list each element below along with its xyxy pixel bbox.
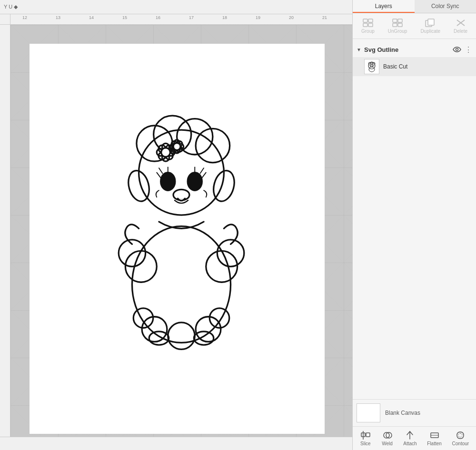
svg-point-65 — [370, 66, 372, 67]
layers-section: ▼ Svg Outline ⋮ — [353, 39, 476, 399]
panel-toolbar: Group UnGroup — [353, 13, 476, 39]
right-panel: Layers Color Sync Group — [352, 0, 476, 450]
duplicate-icon — [425, 18, 436, 28]
svg-line-21 — [157, 173, 160, 178]
ruler-horizontal: 12 13 14 15 16 17 18 19 20 21 — [10, 14, 352, 25]
svg-point-45 — [173, 143, 180, 150]
ruler-mark-13: 13 — [56, 15, 60, 20]
blank-canvas-thumbnail — [357, 403, 380, 422]
layer-group-header[interactable]: ▼ Svg Outline ⋮ — [353, 43, 476, 56]
svg-rect-51 — [398, 19, 402, 22]
svg-line-22 — [159, 168, 163, 173]
duplicate-button[interactable]: Duplicate — [416, 16, 444, 36]
tab-color-sync[interactable]: Color Sync — [415, 0, 476, 13]
blank-canvas-label: Blank Canvas — [385, 410, 420, 416]
ruler-mark-15: 15 — [122, 15, 127, 20]
svg-rect-56 — [428, 19, 434, 25]
ruler-mark-14: 14 — [89, 15, 94, 20]
attach-button[interactable]: Attach — [399, 429, 420, 448]
delete-button[interactable]: Delete — [450, 16, 471, 36]
collapse-arrow-icon: ▼ — [357, 47, 361, 52]
svg-line-24 — [202, 173, 206, 178]
ruler-mark-19: 19 — [256, 15, 260, 20]
layer-more-icon[interactable]: ⋮ — [465, 45, 472, 54]
svg-rect-53 — [398, 23, 402, 27]
slice-icon — [360, 430, 371, 440]
ruler-mark-12: 12 — [22, 15, 27, 20]
delete-icon — [455, 18, 466, 28]
ungroup-button[interactable]: UnGroup — [384, 16, 411, 36]
panel-bottom-bar: Slice Weld Attach — [353, 426, 476, 450]
ruler-vertical — [0, 25, 10, 437]
layer-visibility-toggle[interactable] — [452, 45, 462, 54]
blank-canvas-section: Blank Canvas — [353, 399, 476, 426]
canvas-with-ruler: 12 13 14 15 16 17 18 19 20 21 — [0, 14, 352, 437]
attach-label: Attach — [403, 441, 416, 446]
attach-icon — [404, 430, 416, 440]
duplicate-label: Duplicate — [420, 29, 440, 34]
ruler-row: 12 13 14 15 16 17 18 19 20 21 — [0, 14, 352, 25]
group-label: Group — [361, 29, 375, 34]
svg-rect-68 — [366, 433, 370, 437]
svg-point-64 — [369, 67, 375, 72]
svg-point-19 — [161, 173, 175, 191]
svg-line-25 — [200, 168, 204, 173]
delete-label: Delete — [454, 29, 467, 34]
layer-item-basic-cut[interactable]: Basic Cut — [353, 57, 476, 76]
svg-rect-49 — [368, 23, 373, 27]
svg-point-7 — [196, 317, 221, 342]
layer-item-name: Basic Cut — [383, 63, 407, 70]
ruler-corner — [0, 14, 10, 25]
canvas-content[interactable] — [10, 25, 352, 437]
svg-point-11 — [194, 332, 213, 345]
svg-rect-46 — [363, 19, 367, 22]
svg-point-36 — [161, 148, 170, 157]
layer-group-title: Svg Outline — [364, 46, 449, 53]
contour-icon — [455, 430, 466, 440]
svg-rect-47 — [368, 19, 373, 22]
contour-label: Contour — [452, 441, 469, 446]
flatten-icon — [429, 430, 440, 440]
svg-point-66 — [372, 66, 374, 67]
panel-tabs: Layers Color Sync — [353, 0, 476, 13]
slice-button[interactable]: Slice — [356, 429, 375, 448]
canvas-toolbar: Y U ◆ — [0, 0, 352, 14]
group-icon — [362, 18, 374, 28]
ruler-mark-21: 21 — [322, 15, 327, 20]
canvas-toolbar-coords: Y U ◆ — [4, 4, 18, 10]
svg-point-10 — [149, 332, 169, 345]
group-button[interactable]: Group — [357, 16, 378, 36]
character-svg — [10, 25, 352, 437]
ungroup-icon — [392, 18, 403, 28]
svg-point-0 — [132, 226, 230, 343]
weld-label: Weld — [382, 441, 393, 446]
ungroup-label: UnGroup — [388, 29, 407, 34]
canvas-main — [0, 25, 352, 437]
ruler-mark-16: 16 — [156, 15, 160, 20]
ruler-mark-20: 20 — [289, 15, 294, 20]
layer-group-svg-outline: ▼ Svg Outline ⋮ — [353, 43, 476, 76]
tab-layers[interactable]: Layers — [353, 0, 415, 13]
layer-item-thumbnail — [364, 59, 379, 74]
canvas-status-bar — [0, 437, 352, 450]
svg-rect-50 — [393, 19, 397, 22]
flatten-button[interactable]: Flatten — [423, 429, 446, 448]
canvas-area: Y U ◆ 12 13 14 15 16 17 18 19 20 21 — [0, 0, 352, 450]
app-container: Y U ◆ 12 13 14 15 16 17 18 19 20 21 — [0, 0, 476, 450]
contour-button[interactable]: Contour — [448, 429, 473, 448]
slice-label: Slice — [360, 441, 371, 446]
weld-icon — [382, 430, 393, 440]
flatten-label: Flatten — [427, 441, 442, 446]
svg-point-59 — [456, 49, 458, 51]
ruler-mark-17: 17 — [189, 15, 194, 20]
svg-rect-48 — [363, 23, 367, 27]
svg-rect-52 — [393, 23, 397, 27]
weld-button[interactable]: Weld — [378, 429, 397, 448]
ruler-mark-18: 18 — [222, 15, 227, 20]
svg-point-5 — [142, 317, 167, 342]
svg-point-20 — [188, 173, 202, 191]
svg-point-6 — [168, 323, 195, 349]
